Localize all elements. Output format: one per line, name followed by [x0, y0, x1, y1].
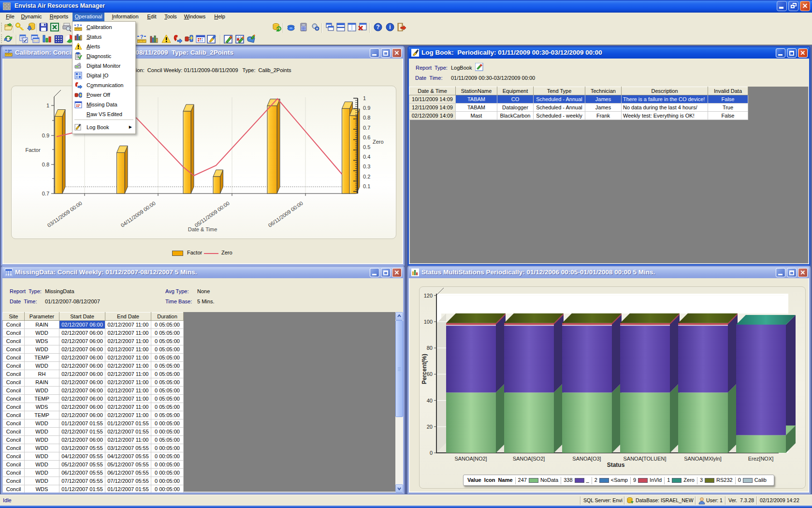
svg-text:0.7: 0.7	[363, 125, 370, 131]
svg-text:i: i	[389, 24, 391, 30]
svg-text:0.2: 0.2	[363, 174, 370, 179]
svg-text:Zero: Zero	[373, 139, 384, 145]
svg-text:03/11/2009 00:00: 03/11/2009 00:00	[46, 200, 83, 228]
svg-text:SANOA[O3]: SANOA[O3]	[572, 456, 601, 462]
svg-text:Date & Time: Date & Time	[188, 226, 218, 232]
svg-text:SANOA[MXlyln]: SANOA[MXlyln]	[684, 456, 722, 462]
svg-text:20: 20	[427, 424, 433, 430]
svg-text:04/11/2009 00:00: 04/11/2009 00:00	[120, 200, 157, 228]
svg-text:40: 40	[427, 398, 433, 403]
svg-text:100: 100	[424, 319, 433, 325]
svg-text:SANOA[TOLUEN]: SANOA[TOLUEN]	[623, 456, 666, 462]
svg-text:0.8: 0.8	[363, 115, 370, 120]
svg-text:05/11/2009 00:00: 05/11/2009 00:00	[194, 200, 231, 228]
svg-text:SANOA[NO2]: SANOA[NO2]	[454, 456, 487, 462]
svg-text:0.6: 0.6	[363, 134, 370, 140]
svg-text:0.8: 0.8	[42, 162, 49, 167]
svg-text:0.7: 0.7	[42, 191, 49, 196]
svg-text:0.9: 0.9	[363, 105, 370, 111]
svg-text:0.4: 0.4	[363, 154, 370, 160]
svg-text:0.1: 0.1	[363, 183, 370, 189]
svg-text:0.9: 0.9	[42, 133, 49, 138]
svg-text:?: ?	[140, 34, 144, 40]
svg-text:SANOA[SO2]: SANOA[SO2]	[513, 456, 545, 462]
svg-text:Status: Status	[607, 462, 625, 468]
svg-text:Percent(%): Percent(%)	[421, 354, 428, 384]
svg-text:0.5: 0.5	[363, 144, 370, 150]
svg-text:Erez[NOX]: Erez[NOX]	[748, 456, 774, 462]
svg-text:?: ?	[7, 49, 10, 54]
svg-text:1: 1	[363, 95, 366, 101]
svg-text:80: 80	[427, 345, 433, 351]
svg-text:0: 0	[430, 450, 433, 456]
svg-text:06/11/2009 00:00: 06/11/2009 00:00	[267, 200, 304, 228]
svg-text:?: ?	[376, 24, 379, 30]
svg-text:?: ?	[76, 23, 79, 28]
svg-text:120: 120	[424, 293, 433, 299]
svg-text:Factor: Factor	[25, 147, 41, 153]
svg-text:0.3: 0.3	[363, 164, 370, 169]
svg-text:1: 1	[46, 103, 49, 108]
